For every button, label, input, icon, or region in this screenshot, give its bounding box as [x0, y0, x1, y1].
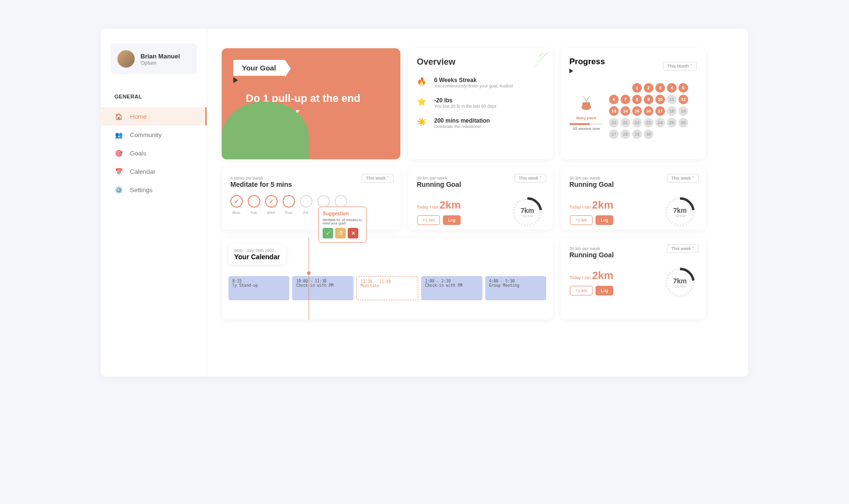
plant-name: Baby plant — [569, 116, 603, 120]
today-value: 2km — [439, 199, 461, 211]
main-content: Your Goal Do 1 pull-up at the end of the… — [207, 29, 748, 377]
running-dropdown[interactable]: This week ˅ — [667, 174, 699, 182]
now-indicator — [307, 271, 311, 275]
nav-item-calendar[interactable]: 📅 Calendar — [101, 162, 207, 181]
running-dropdown[interactable]: This week ˅ — [667, 244, 699, 253]
progress-day[interactable]: 14 — [621, 106, 630, 116]
habit-dropdown[interactable]: This week ˅ — [362, 174, 394, 182]
add-km-button[interactable]: +1 km — [417, 215, 440, 225]
log-button[interactable]: Log — [595, 286, 613, 295]
progress-day[interactable]: 18 — [667, 106, 677, 116]
progress-day[interactable]: 1 — [632, 83, 642, 93]
progress-day[interactable]: 3 — [655, 83, 665, 93]
habit-day[interactable]: Wed. — [265, 195, 278, 215]
habit-day[interactable]: Thur. — [283, 195, 295, 215]
overview-item-title: -20 lbs — [434, 97, 496, 104]
suggestion-popup: Suggestion Meditate for 10 minutes to me… — [318, 207, 367, 243]
today-label: Today I ran — [417, 205, 439, 210]
suggestion-text: Meditate for 10 minutes to meet your goa… — [323, 218, 362, 225]
progress-day[interactable]: 4 — [667, 83, 677, 93]
event-title: Meditate — [361, 284, 414, 288]
progress-title: Progress — [569, 57, 605, 67]
habit-day[interactable]: Fri. — [300, 195, 312, 215]
calendar-event[interactable]: 10:00 - 11:30 Check-in with PM — [292, 276, 353, 300]
progress-day[interactable]: 23 — [644, 118, 653, 127]
gauge-value: 7km — [673, 277, 687, 285]
overview-item-title: 200 mins meditation — [434, 117, 490, 124]
now-line — [309, 238, 309, 320]
progress-day[interactable]: 26 — [679, 118, 688, 127]
app-window: Brian Manuel Optum GENERAL 🏠 Home 👥 Comm… — [101, 29, 748, 377]
progress-day[interactable]: 22 — [632, 118, 642, 127]
suggestion-accept-button[interactable]: ✓ — [323, 228, 333, 238]
progress-day[interactable]: 6 — [609, 95, 619, 104]
progress-day[interactable]: 16 — [644, 106, 653, 116]
add-km-button[interactable]: +1 km — [570, 286, 593, 295]
svg-rect-1 — [582, 102, 590, 108]
profile-card[interactable]: Brian Manuel Optum — [111, 43, 197, 74]
overview-item: ☀️ 200 mins meditation Celebrate the mil… — [417, 117, 544, 129]
progress-day[interactable]: 27 — [609, 129, 619, 139]
today-label: Today I ran — [569, 205, 592, 210]
progress-day[interactable]: 30 — [644, 129, 653, 139]
day-label: Tue. — [248, 210, 260, 215]
day-circle-icon — [265, 195, 278, 208]
nav-item-home[interactable]: 🏠 Home — [101, 107, 207, 126]
progress-day[interactable]: 12 — [679, 95, 688, 104]
event-time: 4:00 - 5:30 — [489, 279, 542, 283]
avatar — [117, 50, 135, 68]
progress-day[interactable]: 13 — [609, 106, 619, 116]
event-time: 1:00 - 2:30 — [425, 279, 478, 283]
overview-item-sub: Celebrate the milestone! — [434, 124, 490, 129]
suggestion-dismiss-button[interactable]: ✕ — [348, 228, 358, 238]
progress-day[interactable]: 17 — [655, 106, 665, 116]
gauge-sub: /30 KM — [675, 285, 685, 288]
progress-day[interactable]: 20 — [609, 118, 619, 127]
overview-icon: 🔥 — [417, 77, 428, 88]
nav-item-community[interactable]: 👥 Community — [101, 126, 207, 144]
habit-day[interactable]: Mon. — [230, 195, 243, 215]
gauge-sub: /30 KM — [675, 214, 685, 218]
nav-item-settings[interactable]: ⚙️ Settings — [101, 181, 207, 199]
flag-icon — [233, 77, 238, 83]
calendar-event[interactable]: 8:15 ly Stand-up — [228, 276, 289, 300]
progress-day[interactable]: 24 — [655, 118, 665, 127]
event-time: 11:30 - 11:40 — [361, 280, 414, 284]
progress-day[interactable]: 8 — [632, 95, 642, 104]
day-circle-icon — [283, 195, 295, 208]
habit-day[interactable]: Tue. — [248, 195, 260, 215]
progress-card: Progress This Month ˅ Baby plant 3/5 mis… — [561, 48, 706, 159]
log-button[interactable]: Log — [595, 215, 613, 225]
add-km-button[interactable]: +1 km — [570, 215, 593, 225]
progress-day[interactable]: 5 — [679, 83, 688, 93]
log-button[interactable]: Log — [443, 215, 461, 225]
nav-label: Calendar — [130, 168, 156, 175]
gauge-icon: 7km/30 KM — [663, 195, 697, 229]
calendar-event[interactable]: 4:00 - 5:30 Group Meeting — [485, 276, 546, 300]
progress-day[interactable]: 9 — [644, 95, 653, 104]
progress-day[interactable]: 25 — [667, 118, 677, 127]
day-circle-icon — [300, 195, 312, 208]
event-title: Check-in with PM — [296, 283, 349, 288]
progress-day[interactable]: 19 — [679, 106, 688, 116]
progress-day[interactable]: 29 — [632, 129, 642, 139]
calendar-title: Your Calendar — [234, 253, 280, 261]
calendar-event[interactable]: 11:30 - 11:40 Meditate — [356, 276, 418, 300]
progress-day[interactable]: 15 — [632, 106, 642, 116]
progress-day[interactable]: 2 — [644, 83, 653, 93]
progress-day[interactable]: 11 — [667, 95, 677, 104]
progress-day[interactable]: 28 — [621, 129, 630, 139]
overview-item-title: 6 Weeks Streak — [434, 77, 513, 84]
running-dropdown[interactable]: This week ˅ — [514, 174, 546, 182]
progress-day[interactable]: 10 — [655, 95, 665, 104]
nav-item-goals[interactable]: 🎯 Goals — [101, 144, 207, 162]
progress-day[interactable]: 7 — [621, 95, 630, 104]
progress-day[interactable]: 21 — [621, 118, 630, 127]
progress-calendar: 1234567891011121314151617181920212223242… — [609, 83, 688, 139]
flag-icon — [569, 69, 573, 73]
progress-dropdown[interactable]: This Month ˅ — [663, 62, 697, 70]
calendar-event[interactable]: 1:00 - 2:30 Check-in with PM — [421, 276, 482, 300]
suggestion-snooze-button[interactable]: ⏱ — [335, 228, 346, 238]
goal-card: Your Goal Do 1 pull-up at the end of the… — [222, 48, 400, 159]
running-card-1: This week ˅ 30 km per week Running Goal … — [408, 167, 553, 230]
